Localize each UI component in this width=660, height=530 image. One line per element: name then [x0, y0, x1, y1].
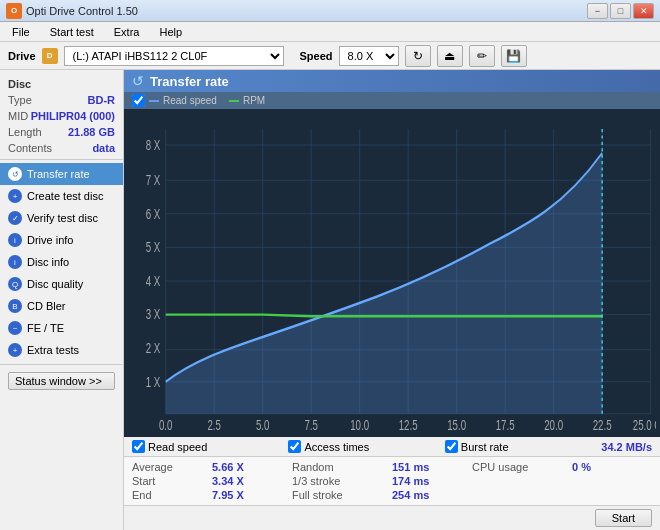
read-speed-checkbox[interactable]: [132, 440, 145, 453]
disc-contents-row: Contents data: [8, 140, 115, 156]
svg-text:20.0: 20.0: [544, 417, 563, 433]
sidebar-item-disc-info[interactable]: i Disc info: [0, 251, 123, 273]
sidebar-item-drive-info[interactable]: i Drive info: [0, 229, 123, 251]
drive-select[interactable]: (L:) ATAPI iHBS112 2 CL0F: [64, 46, 284, 66]
sidebar-item-verify-test-disc[interactable]: ✓ Verify test disc: [0, 207, 123, 229]
svg-text:15.0: 15.0: [447, 417, 466, 433]
cd-bler-icon: B: [8, 299, 22, 313]
legend-read-speed-checkbox[interactable]: [132, 94, 145, 107]
svg-text:7.5: 7.5: [304, 417, 318, 433]
drive-info-label: Drive info: [27, 234, 73, 246]
bottombar: Start: [124, 505, 660, 530]
disc-length-row: Length 21.88 GB: [8, 124, 115, 140]
sidebar-item-transfer-rate[interactable]: ↺ Transfer rate: [0, 163, 123, 185]
window-controls: − □ ✕: [587, 3, 654, 19]
menu-start-test[interactable]: Start test: [42, 24, 102, 40]
close-button[interactable]: ✕: [633, 3, 654, 19]
legend-rpm-label: RPM: [243, 95, 265, 106]
status-window-button[interactable]: Status window >>: [8, 372, 115, 390]
stat-random-key: Random: [292, 461, 392, 473]
stat-empty-1: [472, 475, 572, 487]
chart-svg: 8 X 7 X 6 X 5 X 4 X 3 X 2 X 1 X 0.0 2.5 …: [128, 113, 656, 433]
transfer-rate-panel-icon: ↺: [132, 73, 144, 89]
read-speed-check: Read speed: [132, 440, 288, 453]
svg-text:5 X: 5 X: [146, 239, 161, 255]
menu-extra[interactable]: Extra: [106, 24, 148, 40]
verify-test-disc-label: Verify test disc: [27, 212, 98, 224]
transfer-rate-title: Transfer rate: [150, 74, 229, 89]
drivebar: Drive D (L:) ATAPI iHBS112 2 CL0F Speed …: [0, 42, 660, 70]
disc-type-key: Type: [8, 92, 32, 108]
access-times-check-label: Access times: [304, 441, 369, 453]
menu-help[interactable]: Help: [151, 24, 190, 40]
speed-label: Speed: [300, 50, 333, 62]
stat-random-val: 151 ms: [392, 461, 472, 473]
app-title: Opti Drive Control 1.50: [26, 5, 587, 17]
legend-rpm-dot: [229, 100, 239, 102]
disc-contents-key: Contents: [8, 140, 52, 156]
stat-end-val: 7.95 X: [212, 489, 292, 501]
sidebar-sep-1: [0, 159, 123, 160]
access-times-check: Access times: [288, 440, 444, 453]
legend-rpm: RPM: [229, 94, 265, 107]
sidebar: Disc Type BD-R MID PHILIPR04 (000) Lengt…: [0, 70, 124, 530]
svg-text:8 X: 8 X: [146, 137, 161, 153]
stat-average-key: Average: [132, 461, 212, 473]
fe-te-label: FE / TE: [27, 322, 64, 334]
svg-text:12.5: 12.5: [399, 417, 418, 433]
menu-file[interactable]: File: [4, 24, 38, 40]
stat-empty-3: [472, 489, 572, 501]
burst-rate-value: 34.2 MB/s: [601, 441, 652, 453]
menubar: File Start test Extra Help: [0, 22, 660, 42]
save-button[interactable]: 💾: [501, 45, 527, 67]
stat-empty-2: [572, 475, 652, 487]
stat-end-key: End: [132, 489, 212, 501]
svg-text:22.5: 22.5: [593, 417, 612, 433]
disc-length-val: 21.88 GB: [68, 124, 115, 140]
drive-icon: D: [42, 48, 58, 64]
access-times-checkbox[interactable]: [288, 440, 301, 453]
sidebar-item-disc-quality[interactable]: Q Disc quality: [0, 273, 123, 295]
sidebar-item-cd-bler[interactable]: B CD Bler: [0, 295, 123, 317]
disc-quality-icon: Q: [8, 277, 22, 291]
edit-button[interactable]: ✏: [469, 45, 495, 67]
sidebar-item-fe-te[interactable]: ~ FE / TE: [0, 317, 123, 339]
sidebar-item-extra-tests[interactable]: + Extra tests: [0, 339, 123, 361]
burst-rate-checkbox[interactable]: [445, 440, 458, 453]
stat-full-stroke-key: Full stroke: [292, 489, 392, 501]
svg-text:6 X: 6 X: [146, 206, 161, 222]
start-button[interactable]: Start: [595, 509, 652, 527]
burst-rate-check: Burst rate: [445, 440, 601, 453]
svg-text:25.0 GB: 25.0 GB: [633, 417, 656, 433]
disc-contents-val: data: [92, 140, 115, 156]
stat-1-3-stroke-key: 1/3 stroke: [292, 475, 392, 487]
transfer-rate-header: ↺ Transfer rate: [124, 70, 660, 92]
disc-type-row: Type BD-R: [8, 92, 115, 108]
disc-mid-key: MID: [8, 108, 28, 124]
stat-1-3-stroke-val: 174 ms: [392, 475, 472, 487]
status-window-label: Status window >>: [15, 375, 102, 387]
svg-text:7 X: 7 X: [146, 172, 161, 188]
stat-empty-4: [572, 489, 652, 501]
eject-button[interactable]: ⏏: [437, 45, 463, 67]
speed-select[interactable]: 8.0 X 4.0 X 2.0 X: [339, 46, 399, 66]
legend-read-speed: Read speed: [132, 94, 217, 107]
fe-te-icon: ~: [8, 321, 22, 335]
transfer-rate-icon: ↺: [8, 167, 22, 181]
disc-mid-val: PHILIPR04 (000): [31, 108, 115, 124]
svg-text:17.5: 17.5: [496, 417, 515, 433]
legend-read-speed-label: Read speed: [163, 95, 217, 106]
svg-text:10.0: 10.0: [350, 417, 369, 433]
disc-length-key: Length: [8, 124, 42, 140]
disc-mid-row: MID PHILIPR04 (000): [8, 108, 115, 124]
chart-legend: Read speed RPM: [124, 92, 660, 109]
svg-text:2.5: 2.5: [207, 417, 221, 433]
sidebar-sep-2: [0, 364, 123, 365]
minimize-button[interactable]: −: [587, 3, 608, 19]
legend-read-speed-dot: [149, 100, 159, 102]
svg-text:5.0: 5.0: [256, 417, 270, 433]
svg-text:0.0: 0.0: [159, 417, 173, 433]
maximize-button[interactable]: □: [610, 3, 631, 19]
refresh-button[interactable]: ↻: [405, 45, 431, 67]
sidebar-item-create-test-disc[interactable]: + Create test disc: [0, 185, 123, 207]
